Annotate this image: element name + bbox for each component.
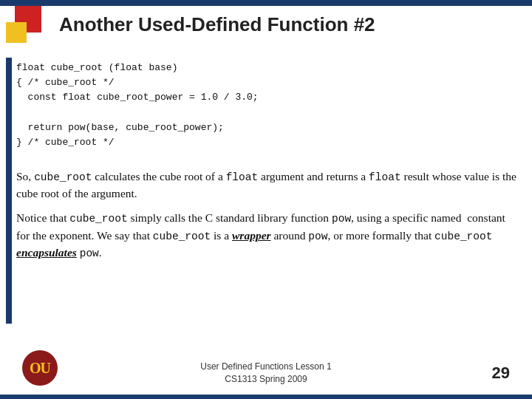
left-accent-bar (6, 58, 12, 324)
code-line-3: const float cube_root_power = 1.0 / 3.0; (16, 90, 517, 105)
footer-line1: User Defined Functions Lesson 1 (200, 361, 331, 373)
code-line-1: float cube_root (float base) (16, 61, 517, 75)
body-text: So, cube_root calculates the cube root o… (16, 168, 517, 270)
ou-logo: OU (22, 350, 58, 386)
encapsulates-text: encapsulates (16, 246, 77, 259)
paragraph-2: Notice that cube_root simply calls the C… (16, 210, 517, 262)
code-cube-root-4: cube_root (434, 231, 492, 242)
code-cube-root-2: cube_root (69, 213, 127, 225)
code-block: float cube_root (float base) { /* cube_r… (16, 61, 517, 150)
code-cube-root-3: cube_root (153, 231, 211, 242)
ou-logo-circle: OU (22, 350, 58, 386)
code-pow-1: pow (332, 213, 351, 225)
code-line-4 (16, 105, 517, 120)
code-cube-root-1: cube_root (34, 171, 92, 183)
code-line-2: { /* cube_root */ (16, 75, 517, 90)
yellow-square (6, 22, 27, 43)
code-float-2: float (369, 171, 401, 183)
corner-decoration (6, 6, 50, 49)
code-pow-2: pow (308, 231, 327, 242)
slide-title: Another Used-Defined Function #2 (59, 13, 517, 36)
bottom-accent-bar (0, 395, 532, 399)
footer-line2: CS1313 Spring 2009 (200, 373, 331, 386)
wrapper-text: wrapper (232, 229, 271, 242)
ou-logo-text: OU (30, 360, 50, 377)
code-line-5: return pow(base, cube_root_power); (16, 120, 517, 135)
code-pow-3: pow (80, 248, 99, 259)
slide-number: 29 (492, 364, 510, 383)
paragraph-1: So, cube_root calculates the cube root o… (16, 168, 517, 202)
code-line-6: } /* cube_root */ (16, 135, 517, 150)
code-float-1: float (226, 171, 259, 183)
top-accent-bar (0, 0, 532, 6)
footer: User Defined Functions Lesson 1 CS1313 S… (200, 361, 331, 386)
